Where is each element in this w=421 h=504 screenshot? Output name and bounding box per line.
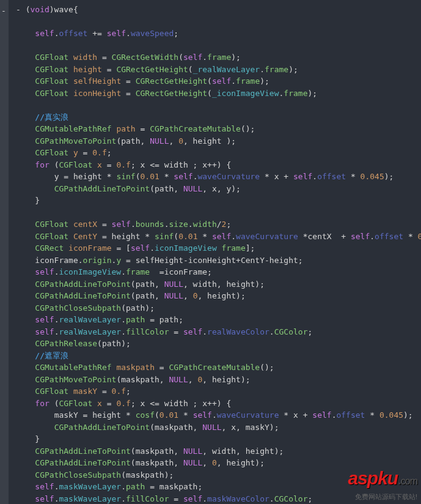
code-editor-content: - (void)wave{ self.offset += self.waveSp… [0,0,421,504]
watermark-tagline: 免费网站源码下载站! [348,492,417,502]
fold-marker: - [1,5,6,17]
watermark: aspku.com 免费网站源码下载站! [348,464,417,502]
watermark-brand-main: aspku [348,468,398,488]
watermark-brand: aspku.com [348,464,417,492]
editor-gutter: - [0,0,9,504]
watermark-brand-tld: com [401,476,417,486]
